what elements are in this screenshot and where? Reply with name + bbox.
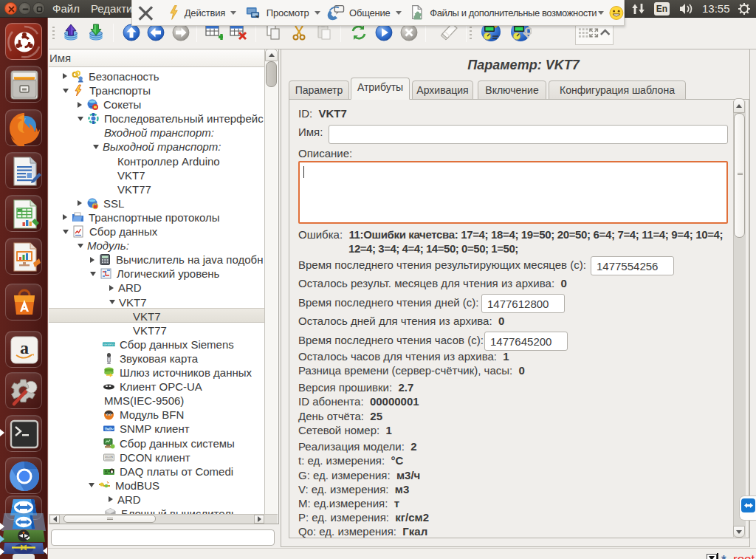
svg-text:SIEMENS: SIEMENS <box>103 343 115 346</box>
svg-text:SNMP: SNMP <box>105 429 113 432</box>
svg-text:a: a <box>20 338 29 357</box>
svg-text:DCON: DCON <box>105 456 113 459</box>
